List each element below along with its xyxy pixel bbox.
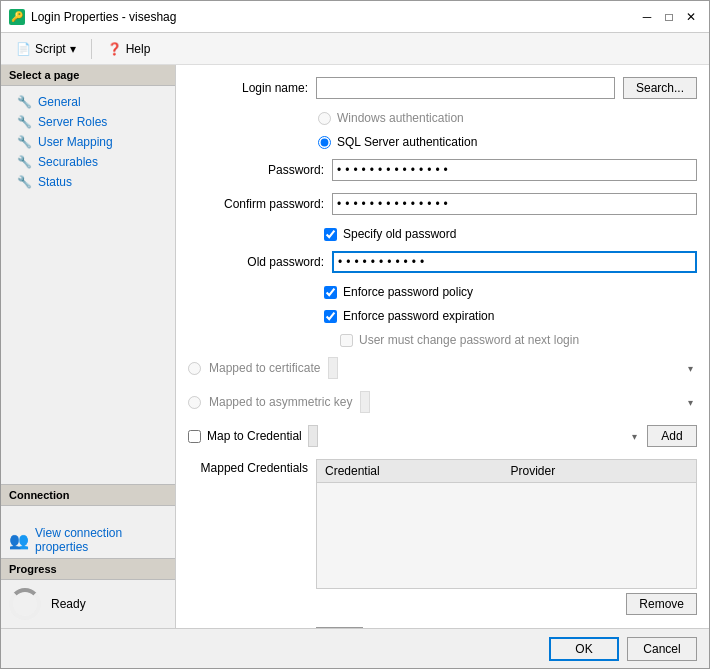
- user-must-change-row: User must change password at next login: [340, 333, 697, 347]
- credentials-section: Mapped Credentials Credential Provider R…: [188, 459, 697, 615]
- maximize-button[interactable]: □: [659, 7, 679, 27]
- connection-section: Connection: [1, 484, 175, 506]
- remove-button[interactable]: Remove: [626, 593, 697, 615]
- main-area: Select a page 🔧 General 🔧 Server Roles 🔧…: [1, 65, 709, 628]
- cancel-button[interactable]: Cancel: [627, 637, 697, 661]
- user-must-change-checkbox[interactable]: [340, 334, 353, 347]
- map-to-credential-checkbox[interactable]: [188, 430, 201, 443]
- credentials-table: Credential Provider: [316, 459, 697, 589]
- map-to-credential-dropdown-wrapper: ▾: [308, 425, 641, 447]
- progress-section: Progress: [1, 558, 175, 580]
- securables-icon: 🔧: [17, 155, 32, 169]
- enforce-expiration-checkbox[interactable]: [324, 310, 337, 323]
- view-connection-label: View connection properties: [35, 526, 167, 554]
- ok-button[interactable]: OK: [549, 637, 619, 661]
- help-button[interactable]: ❓ Help: [100, 39, 158, 59]
- windows-auth-label: Windows authentication: [337, 111, 464, 125]
- help-icon: ❓: [107, 42, 122, 56]
- connection-content: [1, 506, 175, 522]
- credential-col-header: Credential: [321, 462, 507, 480]
- close-button[interactable]: ✕: [681, 7, 701, 27]
- ready-label: Ready: [51, 597, 86, 611]
- add-button[interactable]: Add: [647, 425, 697, 447]
- windows-auth-row: Windows authentication: [318, 111, 697, 125]
- mapped-to-cert-dropdown[interactable]: [328, 357, 338, 379]
- map-to-credential-row: Map to Credential ▾ Add: [188, 425, 697, 447]
- user-must-change-label: User must change password at next login: [359, 333, 579, 347]
- mapped-to-asym-radio[interactable]: [188, 396, 201, 409]
- content-area: Login name: Search... Windows authentica…: [176, 65, 709, 628]
- sidebar-item-server-roles[interactable]: 🔧 Server Roles: [1, 112, 175, 132]
- sidebar-item-user-mapping-label: User Mapping: [38, 135, 113, 149]
- sidebar-item-status-label: Status: [38, 175, 72, 189]
- remove-btn-wrapper: Remove: [316, 593, 697, 615]
- enforce-policy-label: Enforce password policy: [343, 285, 473, 299]
- confirm-password-input[interactable]: [332, 193, 697, 215]
- main-window: 🔑 Login Properties - viseshag ─ □ ✕ 📄 Sc…: [0, 0, 710, 669]
- mapped-to-cert-row: Mapped to certificate ▾: [188, 357, 697, 379]
- sidebar-item-securables[interactable]: 🔧 Securables: [1, 152, 175, 172]
- login-name-label: Login name:: [188, 81, 308, 95]
- login-name-row: Login name: Search...: [188, 77, 697, 99]
- credentials-label-wrapper: Mapped Credentials: [188, 459, 308, 615]
- title-bar-controls: ─ □ ✕: [637, 7, 701, 27]
- mapped-credentials-label: Mapped Credentials: [201, 461, 308, 475]
- sidebar-item-user-mapping[interactable]: 🔧 User Mapping: [1, 132, 175, 152]
- old-password-input[interactable]: [332, 251, 697, 273]
- default-database-dropdown-wrapper: master ▾: [316, 627, 697, 628]
- minimize-button[interactable]: ─: [637, 7, 657, 27]
- mapped-to-cert-arrow: ▾: [688, 363, 693, 374]
- old-password-row: Old password:: [188, 251, 697, 273]
- search-button[interactable]: Search...: [623, 77, 697, 99]
- enforce-policy-row: Enforce password policy: [324, 285, 697, 299]
- script-icon: 📄: [16, 42, 31, 56]
- mapped-to-asym-dropdown-wrapper: ▾: [360, 391, 697, 413]
- mapped-to-cert-radio[interactable]: [188, 362, 201, 375]
- map-to-credential-dropdown[interactable]: [308, 425, 318, 447]
- confirm-password-label: Confirm password:: [188, 197, 324, 211]
- credentials-table-wrapper: Credential Provider Remove: [316, 459, 697, 615]
- map-to-credential-label: Map to Credential: [207, 429, 302, 443]
- mapped-to-asym-label: Mapped to asymmetric key: [209, 395, 352, 409]
- enforce-policy-checkbox[interactable]: [324, 286, 337, 299]
- window-icon: 🔑: [9, 9, 25, 25]
- specify-old-password-checkbox[interactable]: [324, 228, 337, 241]
- default-database-dropdown[interactable]: master: [316, 627, 363, 628]
- view-connection-link[interactable]: 👥 View connection properties: [1, 522, 175, 558]
- select-page-section: Select a page: [1, 65, 175, 86]
- confirm-password-row: Confirm password:: [188, 193, 697, 215]
- sql-auth-row: SQL Server authentication: [318, 135, 697, 149]
- connection-icon: 👥: [9, 531, 29, 550]
- password-input[interactable]: [332, 159, 697, 181]
- map-to-credential-arrow: ▾: [632, 431, 637, 442]
- sidebar-item-status[interactable]: 🔧 Status: [1, 172, 175, 192]
- sidebar-flex: Select a page 🔧 General 🔧 Server Roles 🔧…: [1, 65, 175, 628]
- help-label: Help: [126, 42, 151, 56]
- mapped-to-asym-arrow: ▾: [688, 397, 693, 408]
- password-row: Password:: [188, 159, 697, 181]
- sql-auth-radio[interactable]: [318, 136, 331, 149]
- mapped-to-cert-label: Mapped to certificate: [209, 361, 320, 375]
- toolbar-separator: [91, 39, 92, 59]
- old-password-label: Old password:: [188, 255, 324, 269]
- login-name-input[interactable]: [316, 77, 615, 99]
- script-button[interactable]: 📄 Script ▾: [9, 39, 83, 59]
- sidebar-item-server-roles-label: Server Roles: [38, 115, 107, 129]
- sidebar-item-general[interactable]: 🔧 General: [1, 92, 175, 112]
- sidebar: Select a page 🔧 General 🔧 Server Roles 🔧…: [1, 65, 176, 628]
- window-title: Login Properties - viseshag: [31, 10, 176, 24]
- mapped-to-cert-dropdown-wrapper: ▾: [328, 357, 697, 379]
- password-label: Password:: [188, 163, 324, 177]
- server-roles-icon: 🔧: [17, 115, 32, 129]
- mapped-to-asym-dropdown[interactable]: [360, 391, 370, 413]
- progress-content: Ready: [1, 580, 175, 628]
- provider-col-header: Provider: [507, 462, 693, 480]
- script-label: Script: [35, 42, 66, 56]
- enforce-expiration-row: Enforce password expiration: [324, 309, 697, 323]
- script-dropdown-icon: ▾: [70, 42, 76, 56]
- sidebar-item-securables-label: Securables: [38, 155, 98, 169]
- windows-auth-radio[interactable]: [318, 112, 331, 125]
- sidebar-items: 🔧 General 🔧 Server Roles 🔧 User Mapping …: [1, 86, 175, 198]
- mapped-to-asym-row: Mapped to asymmetric key ▾: [188, 391, 697, 413]
- credentials-body: [317, 483, 696, 583]
